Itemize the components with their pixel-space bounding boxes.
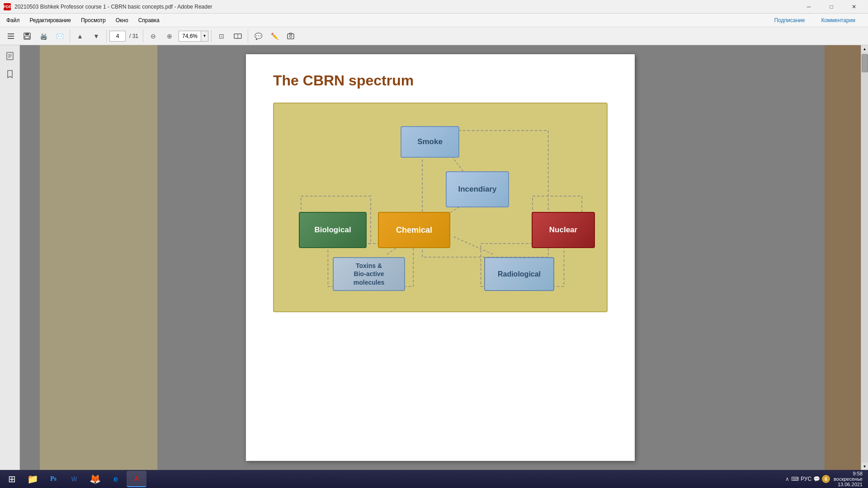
tool-next-page[interactable]: ▼: [89, 29, 104, 43]
taskbar-edge[interactable]: e: [106, 471, 126, 487]
menu-right: Подписание Комментарии: [767, 15, 866, 25]
menu-items: Файл Редактирование Просмотр Окно Справк…: [2, 15, 164, 25]
acrobat-icon: A: [134, 475, 139, 482]
page-title: The CBRN spectrum: [273, 72, 608, 89]
start-button[interactable]: ⊞: [2, 471, 22, 487]
tray-chat[interactable]: 💬: [813, 476, 820, 482]
sidebar-pages[interactable]: [3, 49, 17, 63]
tool-prev-page[interactable]: ▲: [73, 29, 87, 43]
menu-view[interactable]: Просмотр: [76, 15, 110, 25]
tool-markup[interactable]: ✏️: [267, 29, 282, 43]
clock[interactable]: 9:58 воскресенье13.06.2021: [834, 471, 863, 487]
separator-3: [143, 30, 143, 42]
scrollbar-right[interactable]: ▲ ▼: [861, 45, 868, 470]
tool-zoom-in[interactable]: ⊕: [162, 29, 177, 43]
system-tray: ∧ ⌨ РУС 💬 6: [785, 475, 830, 483]
zoom-dropdown[interactable]: ▼: [201, 31, 208, 42]
title-bar: PDF 20210503 Bishkek Professor course 1 …: [0, 0, 868, 14]
left-sidebar: [0, 45, 20, 470]
taskbar-photoshop[interactable]: Ps: [43, 471, 63, 487]
word-icon: W: [71, 475, 77, 483]
toolbar: 🖨️ ✉️ ▲ ▼ / 31 ⊖ ⊕ ▼ ⊡ 💬 ✏️: [0, 27, 868, 45]
edge-icon: e: [113, 474, 118, 484]
menu-window[interactable]: Окно: [111, 15, 133, 25]
tool-zoom-out[interactable]: ⊖: [146, 29, 160, 43]
smoke-node: Smoke: [401, 126, 459, 158]
toxins-node: Toxins &Bio-activemolecules: [333, 257, 405, 291]
scroll-down-arrow[interactable]: ▼: [861, 463, 868, 470]
biological-node: Biological: [299, 212, 367, 248]
svg-rect-1: [8, 36, 14, 37]
clock-time: 9:58: [834, 471, 863, 476]
tool-save[interactable]: [20, 29, 34, 43]
separator-2: [106, 30, 107, 42]
tray-keyboard[interactable]: ⌨: [791, 476, 799, 482]
maximize-button[interactable]: □: [821, 0, 842, 14]
firefox-icon: 🦊: [90, 474, 101, 484]
page-total: / 31: [127, 33, 140, 39]
diagram-inner: Smoke Incendiary Chemical Biological Nuc…: [283, 117, 598, 298]
notification-badge[interactable]: 6: [822, 475, 830, 483]
app-icon: PDF: [4, 3, 11, 10]
tool-fit-width[interactable]: [231, 29, 245, 43]
separator-4: [211, 30, 212, 42]
svg-line-23: [454, 237, 494, 255]
windows-icon: ⊞: [8, 474, 16, 484]
page-number-input[interactable]: [109, 31, 126, 42]
menu-bar: Файл Редактирование Просмотр Окно Справк…: [0, 14, 868, 27]
separator-5: [248, 30, 248, 42]
tool-email[interactable]: ✉️: [52, 29, 67, 43]
window-title: 20210503 Bishkek Professor course 1 - CB…: [14, 4, 212, 10]
language-indicator[interactable]: РУС: [801, 476, 811, 482]
clock-date: воскресенье13.06.2021: [834, 476, 863, 487]
pdf-page: The CBRN spectrum: [246, 54, 635, 461]
tray-up-arrow[interactable]: ∧: [785, 476, 789, 482]
tool-layers[interactable]: [4, 29, 18, 43]
menu-help[interactable]: Справка: [134, 15, 164, 25]
taskbar-explorer[interactable]: 📁: [23, 471, 42, 487]
explorer-icon: 📁: [27, 474, 38, 484]
svg-rect-4: [25, 33, 29, 35]
taskbar-firefox[interactable]: 🦊: [85, 471, 105, 487]
photoshop-icon: Ps: [50, 475, 57, 483]
taskbar-acrobat[interactable]: A: [127, 471, 146, 487]
taskbar-right: ∧ ⌨ РУС 💬 6 9:58 воскресенье13.06.2021: [785, 471, 866, 487]
separator-1: [70, 30, 70, 42]
menu-edit[interactable]: Редактирование: [25, 15, 75, 25]
svg-rect-0: [8, 33, 14, 34]
zoom-input[interactable]: [179, 31, 201, 42]
taskbar: ⊞ 📁 Ps W 🦊 e A ∧ ⌨ РУС 💬 6 9:58 воскресе…: [0, 470, 868, 488]
radiological-node: Radiological: [484, 257, 554, 291]
cbrn-diagram: Smoke Incendiary Chemical Biological Nuc…: [273, 103, 608, 312]
scroll-up-arrow[interactable]: ▲: [861, 45, 868, 52]
incendiary-node: Incendiary: [446, 171, 509, 207]
signing-button[interactable]: Подписание: [767, 15, 812, 25]
scroll-thumb[interactable]: [862, 54, 868, 72]
tool-snapshot[interactable]: [283, 29, 298, 43]
chemical-node: Chemical: [378, 212, 450, 248]
close-button[interactable]: ✕: [844, 0, 864, 14]
taskbar-word[interactable]: W: [64, 471, 84, 487]
sidebar-bookmarks[interactable]: [3, 67, 17, 81]
tool-comment[interactable]: 💬: [251, 29, 265, 43]
nuclear-node: Nuclear: [532, 212, 595, 248]
tool-fit-page[interactable]: ⊡: [214, 29, 229, 43]
svg-rect-8: [288, 34, 294, 39]
comments-button[interactable]: Комментарии: [814, 15, 863, 25]
tool-print[interactable]: 🖨️: [36, 29, 51, 43]
main-area: The CBRN spectrum: [0, 45, 868, 470]
svg-rect-2: [8, 38, 14, 39]
svg-point-9: [290, 35, 292, 38]
minimize-button[interactable]: ─: [798, 0, 819, 14]
window-controls: ─ □ ✕: [798, 0, 864, 14]
menu-file[interactable]: Файл: [2, 15, 24, 25]
scroll-track[interactable]: [861, 52, 868, 463]
svg-rect-5: [25, 36, 29, 38]
pdf-area[interactable]: The CBRN spectrum: [20, 45, 861, 470]
